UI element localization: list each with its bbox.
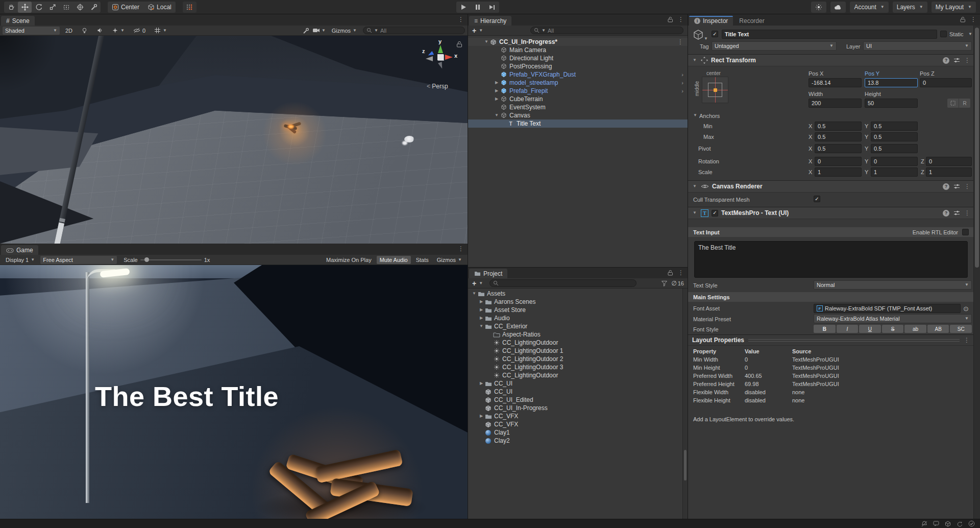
project-menu-icon[interactable]: ⋮ <box>678 270 684 276</box>
move-tool-icon[interactable] <box>18 2 32 13</box>
anchor-max-y-field[interactable]: 0.5 <box>871 132 918 141</box>
pivot-local-button[interactable]: Local <box>143 2 176 13</box>
hidden-packages-toggle[interactable]: ∅16 <box>671 280 684 287</box>
pos-z-field[interactable]: 0 <box>920 78 972 87</box>
project-item-scene[interactable]: CC_UI <box>468 388 688 396</box>
scale-slider-knob[interactable] <box>144 257 149 262</box>
project-item-lighting[interactable]: CC_LightingOutdoor 2 <box>468 355 688 363</box>
scene-search-input[interactable]: ▼All <box>363 27 465 34</box>
hierarchy-item[interactable]: EventSystem <box>468 103 688 111</box>
cull-checkbox[interactable]: ✓ <box>814 196 820 202</box>
hierarchy-item-prefab[interactable]: ▶model_streetlamp› <box>468 79 688 87</box>
sync-status-icon[interactable] <box>957 521 963 527</box>
anchor-min-y-field[interactable]: 0.5 <box>871 122 918 131</box>
help-icon[interactable]: ? <box>943 183 949 190</box>
foldout-open-icon[interactable]: ▼ <box>692 211 698 215</box>
axis-neg-x-cone[interactable] <box>426 56 433 61</box>
foldout-open-icon[interactable]: ▼ <box>692 184 698 188</box>
package-status-icon[interactable] <box>945 521 951 527</box>
game-viewport[interactable]: The Best Title <box>0 265 468 519</box>
game-menu-icon[interactable]: ⋮ <box>458 246 464 252</box>
static-checkbox[interactable] <box>940 31 947 37</box>
aspect-dropdown[interactable]: Free Aspect▼ <box>40 256 117 264</box>
tmp-header[interactable]: ▼ T ✓ TextMeshPro - Text (UI) ?⋮ <box>688 207 974 219</box>
hierarchy-item[interactable]: ▶CubeTerrain <box>468 95 688 103</box>
project-item-lighting[interactable]: CC_LightingOutdoor <box>468 371 688 379</box>
project-item-material[interactable]: Clay1 <box>468 428 688 437</box>
project-item-folder[interactable]: ▼Assets <box>468 290 688 298</box>
scale-slider[interactable] <box>140 259 202 260</box>
add-object-button[interactable]: + <box>472 27 476 35</box>
tab-game[interactable]: Game <box>1 245 38 255</box>
step-button[interactable] <box>485 2 499 13</box>
tab-hierarchy[interactable]: ≡Hierarchy <box>469 16 511 26</box>
foldout-closed-icon[interactable]: ▶ <box>494 89 500 93</box>
project-item-folder[interactable]: ▶CC_UI <box>468 379 688 388</box>
foldout-open-icon[interactable]: ▼ <box>478 324 484 328</box>
rotate-tool-icon[interactable] <box>32 2 45 13</box>
layout-dropdown[interactable]: My Layout▼ <box>932 2 976 13</box>
project-item-folder[interactable]: ▶CC_VFX <box>468 412 688 420</box>
tab-recorder[interactable]: Recorder <box>734 16 769 26</box>
scene-lock-icon[interactable] <box>456 41 462 47</box>
scene-grid-icon[interactable]: ▼ <box>151 27 170 35</box>
hierarchy-scene-row[interactable]: ▼ CC_UI_In-Progress* ⋮ <box>468 38 688 46</box>
project-item-lighting[interactable]: CC_LightingOutdoor <box>468 339 688 347</box>
mute-audio-toggle[interactable]: Mute Audio <box>377 256 411 264</box>
scene-camera-dropdown[interactable]: ▼ <box>312 28 326 33</box>
foldout-open-icon[interactable]: ▼ <box>494 113 500 117</box>
project-item-scene[interactable]: CC_VFX <box>468 420 688 428</box>
foldout-open-icon[interactable]: ▼ <box>692 113 698 117</box>
scale-y-field[interactable]: 1 <box>871 167 918 177</box>
foldout-closed-icon[interactable]: ▶ <box>494 97 500 101</box>
rotation-x-field[interactable]: 0 <box>815 157 862 166</box>
project-item-folder[interactable]: ▶Audio <box>468 314 688 322</box>
notifications-muted-icon[interactable] <box>921 521 927 527</box>
display-dropdown[interactable]: Display 1▼ <box>3 256 38 264</box>
game-gizmos-dropdown[interactable]: Gizmos▼ <box>434 256 465 264</box>
prefab-open-chevron[interactable]: › <box>681 80 683 86</box>
hierarchy-item[interactable]: Main Camera <box>468 46 688 54</box>
tab-scene[interactable]: #Scene <box>1 16 35 26</box>
chevron-down-icon[interactable]: ▼ <box>479 29 483 33</box>
foldout-closed-icon[interactable]: ▶ <box>478 381 484 386</box>
project-item-scene[interactable]: CC_UI_Edited <box>468 396 688 404</box>
transform-tool-icon[interactable] <box>73 2 87 13</box>
axis-gizmo[interactable]: y z x <box>422 40 460 79</box>
foldout-closed-icon[interactable]: ▶ <box>478 308 484 312</box>
rtl-checkbox[interactable] <box>962 229 969 235</box>
project-item-folder[interactable]: ▶Asset Store <box>468 306 688 314</box>
blueprint-mode-button[interactable] <box>947 99 959 108</box>
console-message-icon[interactable] <box>933 521 939 526</box>
kebab-menu-icon[interactable]: ⋮ <box>964 210 970 216</box>
anchor-max-x-field[interactable]: 0.5 <box>815 132 862 141</box>
pivot-y-field[interactable]: 0.5 <box>871 144 918 153</box>
hierarchy-lock-icon[interactable] <box>668 16 673 22</box>
scene-visibility-toggle[interactable]: 0 <box>130 27 149 35</box>
inspector-lock-icon[interactable] <box>960 16 966 22</box>
rect-tool-icon[interactable] <box>59 2 73 13</box>
static-dropdown-icon[interactable]: ▼ <box>968 32 972 36</box>
layers-dropdown[interactable]: Layers▼ <box>893 2 927 13</box>
height-field[interactable]: 50 <box>865 99 918 108</box>
font-asset-field[interactable]: F Raleway-ExtraBold SDF (TMP_Font Asset) <box>814 304 961 313</box>
play-button[interactable] <box>456 2 471 13</box>
chevron-down-icon[interactable]: ▼ <box>479 281 483 285</box>
scale-z-field[interactable]: 1 <box>926 167 972 177</box>
help-icon[interactable]: ? <box>943 210 949 217</box>
scene-row-menu-icon[interactable]: ⋮ <box>677 39 683 45</box>
rotation-z-field[interactable]: 0 <box>926 157 972 166</box>
tab-inspector[interactable]: iInspector <box>689 16 733 26</box>
smallcaps-button[interactable]: SC <box>950 325 972 333</box>
project-item-folder[interactable]: ▶Aarons Scenes <box>468 298 688 306</box>
hierarchy-search-input[interactable]: ▼All <box>530 27 683 34</box>
hierarchy-item-prefab[interactable]: ▶Prefab_Firepit› <box>468 87 688 95</box>
kebab-menu-icon[interactable]: ⋮ <box>964 337 970 343</box>
tmp-enabled-checkbox[interactable]: ✓ <box>712 210 718 217</box>
2d-toggle[interactable]: 2D <box>62 27 76 35</box>
layout-properties-header[interactable]: Layout Properties ⋮ <box>688 334 974 346</box>
project-item-material[interactable]: Clay2 <box>468 437 688 445</box>
foldout-open-icon[interactable]: ▼ <box>483 40 489 44</box>
object-picker-icon[interactable]: ⊙ <box>963 305 969 313</box>
gizmo-cube[interactable] <box>437 54 444 60</box>
